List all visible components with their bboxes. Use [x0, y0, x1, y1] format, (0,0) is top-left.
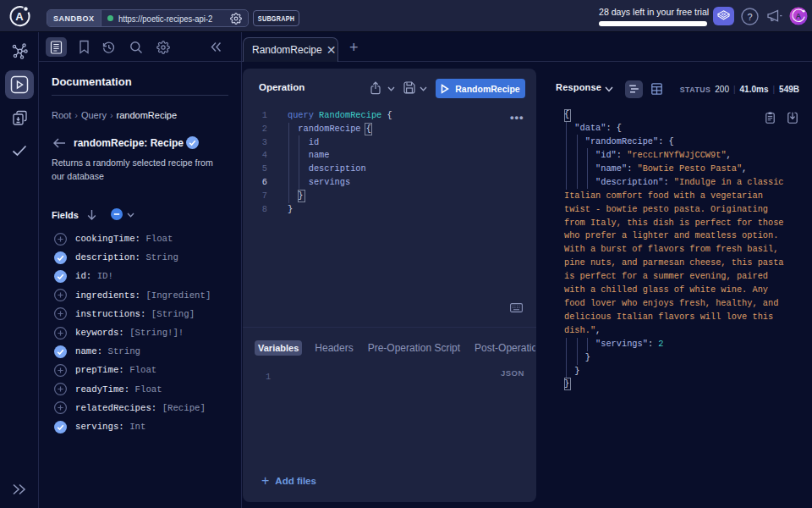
svg-text:A: A — [796, 12, 802, 20]
svg-text:?: ? — [747, 12, 752, 22]
svg-text:A: A — [15, 10, 24, 23]
